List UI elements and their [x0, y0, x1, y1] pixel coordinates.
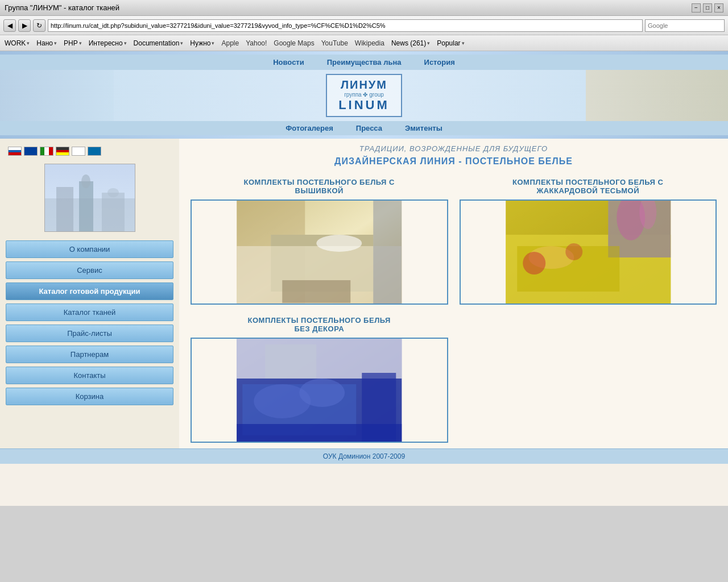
product-plain-title: КОМПЛЕКТЫ ПОСТЕЛЬНОГО БЕЛЬЯБЕЗ ДЕКОРА — [191, 316, 448, 333]
product-embroidery-title: КОМПЛЕКТЫ ПОСТЕЛЬНОГО БЕЛЬЯ СВЫШИВКОЙ — [191, 178, 448, 195]
sidebar-item-about[interactable]: О компании — [6, 240, 173, 258]
nav-advantages[interactable]: Преимущества льна — [327, 58, 402, 66]
nav-news[interactable]: Новости — [273, 58, 304, 66]
chevron-down-icon: ▾ — [79, 40, 82, 46]
bookmark-nujno[interactable]: Нужно ▾ — [190, 39, 214, 47]
sidebar-item-catalog-products[interactable]: Каталог готовой продукции — [6, 282, 173, 300]
chevron-down-icon: ▾ — [427, 40, 430, 46]
chevron-down-icon: ▾ — [54, 40, 57, 46]
bookmarks-bar: WORK ▾ Нано ▾ PHP ▾ Интересно ▾ Document… — [0, 35, 728, 51]
bookmark-yahoo[interactable]: Yahoo! — [246, 39, 267, 47]
chevron-down-icon: ▾ — [27, 40, 30, 46]
content-area: ТРАДИЦИИ, ВОЗРОЖДЕННЫЕ ДЛЯ БУДУЩЕГО ДИЗА… — [179, 139, 728, 448]
bookmark-label: News (261) — [391, 39, 426, 47]
header-city-left-image — [0, 70, 114, 121]
products-grid: КОМПЛЕКТЫ ПОСТЕЛЬНОГО БЕЛЬЯ СВЫШИВКОЙ — [191, 178, 717, 443]
sidebar: О компании Сервис Каталог готовой продук… — [0, 139, 179, 448]
chevron-down-icon: ▾ — [180, 40, 183, 46]
site-top-nav: Новости Преимущества льна История — [0, 55, 728, 70]
sidebar-item-service[interactable]: Сервис — [6, 261, 173, 279]
forward-button[interactable]: ▶ — [18, 19, 31, 32]
bookmark-youtube[interactable]: YouTube — [321, 39, 348, 47]
page-title: ДИЗАЙНЕРСКАЯ ЛИНИЯ - ПОСТЕЛЬНОЕ БЕЛЬЕ — [191, 156, 717, 167]
svg-point-31 — [299, 379, 345, 407]
sidebar-item-partners[interactable]: Партнерам — [6, 346, 173, 363]
flag-english[interactable] — [24, 147, 38, 156]
flag-swedish[interactable] — [88, 147, 101, 156]
header-city-right-image — [586, 70, 728, 121]
product-embroidery: КОМПЛЕКТЫ ПОСТЕЛЬНОГО БЕЛЬЯ СВЫШИВКОЙ — [191, 178, 448, 305]
browser-nav-bar: ◀ ▶ ↻ — [0, 16, 728, 35]
page-wrapper: Новости Преимущества льна История ЛИНУМ … — [0, 51, 728, 506]
svg-rect-27 — [265, 344, 316, 379]
svg-rect-13 — [282, 280, 350, 303]
nav-emitents[interactable]: Эмитенты — [405, 124, 442, 132]
flag-russian[interactable] — [8, 147, 22, 156]
logo-group: группа ✤ group — [338, 92, 390, 98]
product-plain: КОМПЛЕКТЫ ПОСТЕЛЬНОГО БЕЛЬЯБЕЗ ДЕКОРА — [191, 316, 448, 443]
browser-title-bar: Группа "ЛИНУМ" - каталог тканей − □ × — [0, 0, 728, 16]
sidebar-menu: О компании Сервис Каталог готовой продук… — [6, 240, 173, 405]
logo-latin: LINUM — [338, 98, 390, 113]
minimize-button[interactable]: − — [692, 3, 701, 13]
sidebar-item-catalog-fabrics[interactable]: Каталог тканей — [6, 304, 173, 321]
svg-point-14 — [316, 235, 362, 252]
site-bottom-nav: Фотогалерея Пресса Эмитенты — [0, 121, 728, 135]
main-layout: О компании Сервис Каталог готовой продук… — [0, 139, 728, 448]
bookmark-news[interactable]: News (261) ▾ — [391, 39, 430, 47]
bookmark-work[interactable]: WORK ▾ — [5, 39, 30, 47]
chevron-down-icon: ▾ — [124, 40, 127, 46]
flag-german[interactable] — [56, 147, 69, 156]
svg-point-22 — [523, 252, 545, 275]
back-button[interactable]: ◀ — [3, 19, 16, 32]
logo-box: ЛИНУМ группа ✤ group LINUM — [326, 74, 402, 117]
svg-rect-2 — [56, 187, 73, 232]
logo-russian: ЛИНУМ — [338, 78, 390, 92]
flag-italian[interactable] — [40, 147, 53, 156]
bookmark-label: Нужно — [190, 39, 210, 47]
svg-point-23 — [565, 243, 582, 260]
language-flags — [6, 144, 173, 158]
bookmark-interesting[interactable]: Интересно ▾ — [89, 39, 127, 47]
product-jacquard-image[interactable] — [460, 199, 717, 305]
bookmark-googlemaps[interactable]: Google Maps — [274, 39, 314, 47]
window-controls: − □ × — [692, 3, 723, 13]
sidebar-city-image — [44, 164, 135, 232]
nav-photogallery[interactable]: Фотогалерея — [286, 124, 333, 132]
product-embroidery-image[interactable] — [191, 199, 448, 305]
address-input[interactable] — [48, 19, 643, 32]
site-header: ЛИНУМ группа ✤ group LINUM — [0, 70, 728, 121]
sidebar-item-basket[interactable]: Корзина — [6, 388, 173, 405]
bookmark-label: Popular — [437, 39, 460, 47]
bookmark-documentation[interactable]: Documentation ▾ — [134, 39, 184, 47]
chevron-down-icon: ▾ — [212, 40, 214, 46]
nav-history[interactable]: История — [424, 58, 455, 66]
svg-rect-12 — [373, 201, 402, 305]
bookmark-label: PHP — [64, 39, 78, 47]
maximize-button[interactable]: □ — [703, 3, 712, 13]
bookmark-wikipedia[interactable]: Wikipedia — [355, 39, 384, 47]
close-button[interactable]: × — [714, 3, 723, 13]
bookmark-label: Нано — [36, 39, 53, 47]
sidebar-item-contacts[interactable]: Контакты — [6, 367, 173, 384]
product-jacquard-title: КОМПЛЕКТЫ ПОСТЕЛЬНОГО БЕЛЬЯ СЖАККАРДОВОЙ… — [460, 178, 717, 195]
nav-press[interactable]: Пресса — [356, 124, 382, 132]
site-footer: ОУК Доминион 2007-2009 — [0, 448, 728, 464]
product-jacquard: КОМПЛЕКТЫ ПОСТЕЛЬНОГО БЕЛЬЯ СЖАККАРДОВОЙ… — [460, 178, 717, 305]
chevron-down-icon: ▾ — [462, 40, 465, 46]
bookmark-php[interactable]: PHP ▾ — [64, 39, 82, 47]
svg-rect-24 — [506, 201, 608, 235]
svg-point-4 — [81, 174, 90, 188]
bookmark-popular[interactable]: Popular ▾ — [437, 39, 464, 47]
page-tagline: ТРАДИЦИИ, ВОЗРОЖДЕННЫЕ ДЛЯ БУДУЩЕГО — [191, 144, 717, 153]
bookmark-label: Documentation — [134, 39, 180, 47]
refresh-button[interactable]: ↻ — [33, 19, 46, 32]
product-plain-image[interactable] — [191, 338, 448, 443]
bookmark-apple[interactable]: Apple — [221, 39, 239, 47]
sidebar-item-pricelist[interactable]: Прайс-листы — [6, 325, 173, 342]
svg-point-6 — [107, 188, 119, 197]
svg-rect-33 — [237, 424, 402, 443]
flag-finnish[interactable] — [72, 147, 85, 156]
bookmark-nano[interactable]: Нано ▾ — [36, 39, 57, 47]
search-input[interactable] — [645, 19, 725, 32]
